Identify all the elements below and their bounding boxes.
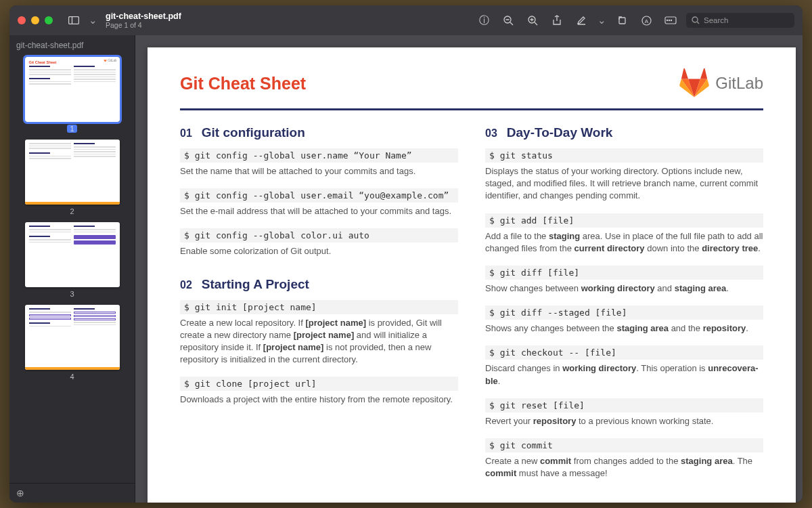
command-line: $ git diff --staged [file] <box>485 305 763 320</box>
svg-point-16 <box>692 17 698 22</box>
zoom-in-button[interactable] <box>524 12 541 29</box>
svg-rect-0 <box>69 17 79 24</box>
command-line: $ git reset [file] <box>485 398 763 412</box>
sidebar-view-menu[interactable]: ⌄ <box>88 12 97 29</box>
highlight-button[interactable]: A <box>637 12 655 29</box>
svg-point-14 <box>669 20 669 20</box>
brand-name: GitLab <box>715 74 763 93</box>
zoom-out-button[interactable] <box>499 12 517 29</box>
command-description: Show changes between working directory a… <box>485 282 763 295</box>
command-line: $ git config --global color.ui auto <box>180 228 458 242</box>
section-number: 02 <box>180 279 192 291</box>
title-block: git-cheat-sheet.pdf Page 1 of 4 <box>106 12 207 29</box>
thumbnail-page-3[interactable]: 3 <box>16 222 128 298</box>
thumbnail-sidebar: git-cheat-sheet.pdf GitLab Git Cheat She… <box>9 35 135 503</box>
command-line: $ git checkout -- [file] <box>485 345 763 360</box>
markup-menu[interactable]: ⌄ <box>597 12 606 29</box>
section-number: 03 <box>485 127 497 140</box>
markup-button[interactable] <box>572 12 590 29</box>
section-title: Git configuration <box>202 125 305 140</box>
brand-logo: GitLab <box>679 68 763 99</box>
sidebar-toggle-button[interactable] <box>65 12 83 29</box>
search-field[interactable] <box>686 13 794 28</box>
close-button[interactable] <box>18 16 26 24</box>
command-line: $ git commit <box>485 438 763 452</box>
svg-line-17 <box>697 22 699 24</box>
command-line: $ git status <box>485 148 763 163</box>
thumbnail-page-4[interactable]: 4 <box>16 305 128 381</box>
thumbnail-page-2[interactable]: 2 <box>16 140 128 215</box>
form-button[interactable] <box>662 12 679 29</box>
doc-section: 02Starting A Project$ git init [project … <box>180 277 458 406</box>
doc-section: 01Git configuration$ git config --global… <box>180 125 458 258</box>
doc-section: 03Day-To-Day Work$ git statusDisplays th… <box>485 125 763 480</box>
thumbnail-page-number: 3 <box>67 290 76 298</box>
svg-line-3 <box>510 22 513 25</box>
command-line: $ git diff [file] <box>485 266 763 280</box>
app-window: ⌄ git-cheat-sheet.pdf Page 1 of 4 ⓘ ⌄ <box>9 5 803 503</box>
svg-line-6 <box>535 22 537 25</box>
command-description: Set the name that will be attached to yo… <box>180 165 458 177</box>
command-description: Create a new commit from changes added t… <box>485 455 763 480</box>
doc-title: Git Cheat Sheet <box>180 74 306 93</box>
toolbar: ⓘ ⌄ A <box>475 12 794 29</box>
thumbnail-page-1[interactable]: GitLab Git Cheat Sheet 1 <box>16 57 128 133</box>
left-column: 01Git configuration$ git config --global… <box>180 125 458 499</box>
document-viewport[interactable]: Git Cheat Sheet GitLab <box>135 35 803 503</box>
svg-rect-9 <box>619 18 625 24</box>
section-title: Day-To-Day Work <box>507 125 613 140</box>
sidebar-title: git-cheat-sheet.pdf <box>9 35 135 54</box>
command-line: $ git init [project name] <box>180 300 458 314</box>
command-description: Enable some colorization of Git output. <box>180 245 458 257</box>
maximize-button[interactable] <box>45 16 53 24</box>
minimize-button[interactable] <box>31 16 39 24</box>
thumbnail-list: GitLab Git Cheat Sheet 1 <box>9 54 135 483</box>
command-line: $ git config --global user.email “you@ex… <box>180 188 458 203</box>
svg-text:A: A <box>644 18 648 24</box>
document-page: Git Cheat Sheet GitLab <box>148 47 796 503</box>
command-line: $ git add [file] <box>485 213 763 228</box>
search-icon <box>692 16 700 24</box>
thumbnail-page-number: 4 <box>67 373 76 381</box>
command-description: Set the e-mail address that will be atta… <box>180 205 458 217</box>
command-description: Revert your repository to a previous kno… <box>485 415 763 427</box>
thumbnail-page-number: 1 <box>67 125 76 133</box>
right-column: 03Day-To-Day Work$ git statusDisplays th… <box>485 125 763 499</box>
info-button[interactable]: ⓘ <box>475 12 493 29</box>
share-button[interactable] <box>548 12 566 29</box>
command-line: $ git config --global user.name “Your Na… <box>180 148 458 163</box>
add-page-button[interactable]: ⊕ <box>9 483 135 503</box>
svg-point-15 <box>671 20 671 20</box>
command-description: Displays the status of your working dire… <box>485 165 763 203</box>
section-number: 01 <box>180 127 192 140</box>
document-page-indicator: Page 1 of 4 <box>106 21 207 29</box>
thumbnail-page-number: 2 <box>67 207 76 215</box>
window-controls <box>18 16 53 24</box>
section-title: Starting A Project <box>202 277 309 292</box>
document-filename: git-cheat-sheet.pdf <box>106 12 207 21</box>
command-description: Create a new local repository. If [proje… <box>180 317 458 366</box>
command-description: Shows any changes between the staging ar… <box>485 322 763 335</box>
command-description: Add a file to the staging area. Use in p… <box>485 230 763 255</box>
rotate-button[interactable] <box>613 12 631 29</box>
gitlab-icon <box>679 68 710 99</box>
titlebar: ⌄ git-cheat-sheet.pdf Page 1 of 4 ⓘ ⌄ <box>9 5 803 35</box>
command-description: Discard changes in working directory. Th… <box>485 362 763 387</box>
search-input[interactable] <box>704 16 785 24</box>
command-description: Downloads a project with the entire hist… <box>180 394 458 406</box>
svg-point-13 <box>667 20 667 20</box>
command-line: $ git clone [project url] <box>180 377 458 391</box>
